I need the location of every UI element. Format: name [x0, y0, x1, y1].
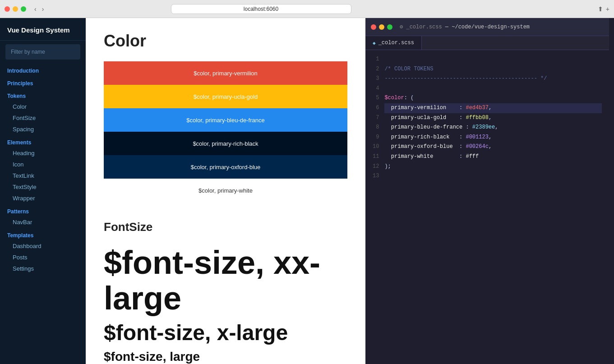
sidebar-item-heading[interactable]: Heading — [0, 147, 86, 159]
close-traffic-light[interactable] — [5, 6, 10, 12]
tab-label: _color.scss — [379, 40, 414, 46]
code-line-1 — [384, 55, 602, 65]
traffic-lights — [5, 6, 26, 12]
font-x-large-label: $font-size, x-large — [104, 320, 347, 346]
sidebar-item-dashboard[interactable]: Dashboard — [0, 240, 86, 252]
editor-maximize-button[interactable] — [387, 24, 392, 30]
swatch-vermilion: $color, primary-vermilion — [104, 61, 347, 85]
swatch-oxford-blue: $color, primary-oxford-blue — [104, 155, 347, 179]
fontsize-title: FontSize — [104, 220, 347, 234]
code-line-6: primary-vermilion : #ed4b37, — [384, 103, 602, 113]
sidebar-section-principles[interactable]: Principles — [0, 76, 86, 88]
editor-tabs: ◆ _color.scss — [365, 36, 609, 50]
color-swatches: $color, primary-vermilion $color, primar… — [104, 61, 347, 202]
swatch-ucla-gold: $color, primary-ucla-gold — [104, 85, 347, 108]
sidebar-item-textstyle[interactable]: TextStyle — [0, 181, 86, 193]
sidebar-item-settings[interactable]: Settings — [0, 263, 86, 274]
sidebar-item-textlink[interactable]: TextLink — [0, 170, 86, 181]
sidebar-item-fontsize[interactable]: FontSize — [0, 112, 86, 124]
scss-icon: ◆ — [373, 40, 376, 46]
sidebar-item-color[interactable]: Color — [0, 101, 86, 112]
code-line-7: primary-ucla-gold : #ffbb08, — [384, 113, 602, 123]
font-xx-large-label: $font-size, xx-large — [104, 245, 347, 316]
nav-buttons: ‹ › — [32, 5, 46, 14]
browser-content: Color $color, primary-vermilion $color, … — [86, 18, 365, 364]
sidebar-item-icon[interactable]: Icon — [0, 159, 86, 170]
swatch-bleu-de-france: $color, primary-bleu-de-france — [104, 108, 347, 132]
share-button[interactable]: ⬆ — [598, 5, 603, 13]
code-line-5: $color: ( — [384, 93, 602, 103]
sidebar-section-tokens[interactable]: Tokens — [0, 88, 86, 101]
code-editor: ⚙ _color.scss — ~/code/vue-design-system… — [365, 18, 609, 364]
code-line-12: ); — [384, 162, 602, 172]
sidebar-title: Vue Design System — [0, 18, 86, 41]
editor-traffic-lights — [371, 24, 392, 30]
url-bar[interactable]: localhost:6060 — [171, 4, 351, 14]
forward-button[interactable]: › — [40, 5, 46, 14]
sidebar-item-navbar[interactable]: NavBar — [0, 217, 86, 228]
browser-chrome: ‹ › localhost:6060 ⬆ + — [0, 0, 614, 18]
code-line-4 — [384, 84, 602, 94]
code-line-9: primary-rich-black : #001123, — [384, 133, 602, 143]
code-line-3: ----------------------------------------… — [384, 74, 602, 84]
filter-input[interactable] — [5, 44, 80, 60]
sidebar-section-patterns[interactable]: Patterns — [0, 204, 86, 217]
sidebar-section-elements[interactable]: Elements — [0, 135, 86, 147]
code-line-2: /* COLOR TOKENS — [384, 65, 602, 74]
swatch-white: $color, primary-white — [104, 179, 347, 202]
back-button[interactable]: ‹ — [32, 5, 38, 14]
sidebar: Vue Design System Introduction Principle… — [0, 18, 86, 364]
code-lines: /* COLOR TOKENS ------------------------… — [384, 55, 609, 359]
editor-title: ⚙ _color.scss — ~/code/vue-design-system — [400, 23, 530, 30]
browser-actions: ⬆ + — [598, 5, 609, 13]
font-large-label: $font-size, large — [104, 350, 347, 364]
code-line-8: primary-bleu-de-france : #2389ee, — [384, 123, 602, 133]
sidebar-item-posts[interactable]: Posts — [0, 252, 86, 263]
code-line-13 — [384, 171, 602, 181]
sidebar-item-wrapper[interactable]: Wrapper — [0, 193, 86, 204]
code-line-11: primary-white : #fff — [384, 152, 602, 162]
minimize-traffic-light[interactable] — [13, 6, 18, 12]
code-line-10: primary-oxford-blue : #00264c, — [384, 142, 602, 152]
line-numbers: 1 2 3 4 5 6 7 8 9 10 11 12 13 — [365, 55, 384, 359]
sidebar-section-introduction[interactable]: Introduction — [0, 63, 86, 76]
editor-tab-color[interactable]: ◆ _color.scss — [365, 36, 422, 50]
swatch-rich-black: $color, primary-rich-black — [104, 132, 347, 155]
maximize-traffic-light[interactable] — [21, 6, 26, 12]
main-layout: Vue Design System Introduction Principle… — [0, 18, 614, 364]
code-content[interactable]: 1 2 3 4 5 6 7 8 9 10 11 12 13 /* COLOR T… — [365, 50, 609, 364]
color-title: Color — [104, 32, 347, 51]
new-tab-button[interactable]: + — [606, 5, 609, 13]
editor-minimize-button[interactable] — [379, 24, 384, 30]
editor-close-button[interactable] — [371, 24, 376, 30]
sidebar-item-spacing[interactable]: Spacing — [0, 124, 86, 135]
sidebar-section-templates[interactable]: Templates — [0, 228, 86, 240]
editor-titlebar: ⚙ _color.scss — ~/code/vue-design-system — [365, 18, 609, 36]
